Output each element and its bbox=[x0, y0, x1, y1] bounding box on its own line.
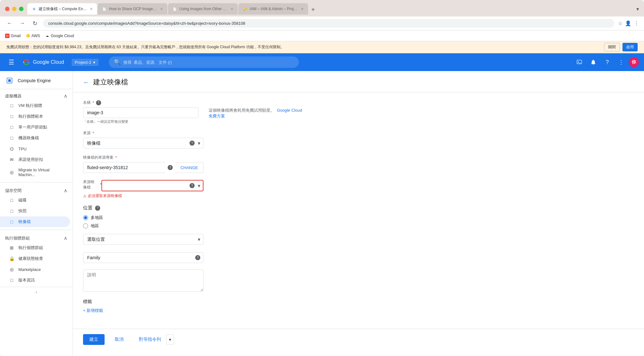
new-tab-button[interactable]: + bbox=[309, 5, 318, 15]
maximize-button[interactable] bbox=[19, 7, 23, 11]
sidebar-item-disks-label: 磁碟 bbox=[18, 197, 27, 203]
storage-section-header[interactable]: 儲存空間 ∧ bbox=[0, 185, 73, 195]
sidebar-item-health-checks-label: 健康狀態檢查 bbox=[18, 256, 43, 261]
sidebar-item-marketplace[interactable]: ◎ Marketplace bbox=[0, 264, 70, 275]
source-image-select[interactable] bbox=[101, 180, 203, 191]
tab-2[interactable]: 📄 How to Share GCP Images wit... × bbox=[98, 3, 167, 15]
back-nav-button[interactable]: ← bbox=[5, 19, 14, 28]
traffic-lights bbox=[5, 7, 23, 11]
addressbar-icons: ☆ 👤 ⋮ bbox=[618, 20, 639, 26]
forward-nav-button[interactable]: → bbox=[18, 19, 27, 28]
search-bar[interactable]: 🔍 bbox=[109, 56, 299, 68]
source-project-help-icon[interactable]: ? bbox=[168, 165, 173, 170]
bookmark-aws[interactable]: 🟡 AWS bbox=[26, 34, 40, 38]
form-footer: 建立 取消 對等指令列 ▾ bbox=[73, 329, 644, 350]
close-button[interactable] bbox=[5, 7, 10, 11]
cancel-button[interactable]: 取消 bbox=[110, 334, 129, 345]
sidebar-item-disks[interactable]: □ 磁碟 bbox=[0, 195, 70, 206]
profile-icon[interactable]: 👤 bbox=[625, 20, 631, 26]
instance-groups-section-header[interactable]: 執行個體群組 ∧ bbox=[0, 233, 73, 242]
bookmark-google-cloud[interactable]: ☁ Google Cloud bbox=[45, 34, 74, 38]
form-container: 名稱 * ? 「名稱」一經設定即無法變更 這個映像檔將會耗用免費試用額度。 Go… bbox=[73, 92, 314, 329]
equivalent-button[interactable]: 對等指令列 bbox=[134, 334, 166, 345]
tab-dropdown-button[interactable]: ▾ bbox=[636, 6, 639, 12]
bookmark-aws-label: AWS bbox=[31, 34, 40, 38]
tab-favicon-3: 📄 bbox=[172, 7, 177, 11]
name-help-icon[interactable]: ? bbox=[96, 100, 101, 105]
family-input[interactable] bbox=[83, 252, 203, 263]
description-textarea[interactable] bbox=[83, 269, 203, 292]
user-avatar[interactable]: 你 bbox=[629, 57, 639, 67]
tab-close-1[interactable]: × bbox=[90, 7, 93, 11]
source-image-help-icon[interactable]: ? bbox=[190, 183, 195, 188]
vm-section-header[interactable]: 虛擬機器 ∧ bbox=[0, 90, 73, 100]
tab-3[interactable]: 📄 Using Images from Other Proj... × bbox=[168, 3, 238, 15]
marketplace-icon: ◎ bbox=[9, 267, 15, 272]
sidebar-item-instance-groups[interactable]: ⊞ 執行個體群組 bbox=[0, 242, 70, 253]
minimize-button[interactable] bbox=[12, 7, 16, 11]
instance-groups-icon: ⊞ bbox=[9, 245, 15, 251]
bookmark-star-icon[interactable]: ☆ bbox=[618, 20, 622, 26]
multiregion-radio[interactable]: 多地區 bbox=[83, 215, 304, 221]
tab-active[interactable]: ⚙ 建立映像檔 – Compute Engine ... × bbox=[27, 3, 97, 15]
family-help-icon[interactable]: ? bbox=[195, 255, 200, 260]
sidebar-item-tpu[interactable]: ⌬ TPU bbox=[0, 143, 70, 154]
submit-button[interactable]: 建立 bbox=[83, 334, 105, 345]
tab-4[interactable]: 🔑 IAM – IAM & Admin – Project-2... × bbox=[238, 3, 308, 15]
location-help-icon[interactable]: ? bbox=[95, 206, 100, 211]
sidebar-item-snapshots[interactable]: □ 快照 bbox=[0, 206, 70, 216]
source-select[interactable]: 映像檔 bbox=[83, 138, 203, 148]
search-input[interactable] bbox=[123, 60, 294, 65]
help-button[interactable]: ? bbox=[601, 56, 614, 69]
sidebar-collapse-button[interactable]: ‹ bbox=[0, 287, 73, 297]
project-selector[interactable]: Project-2 ▾ bbox=[72, 59, 99, 66]
tab-close-3[interactable]: × bbox=[231, 7, 233, 11]
sidebar-item-machine-images[interactable]: □ 機器映像檔 bbox=[0, 133, 70, 143]
cloud-shell-button[interactable] bbox=[573, 56, 586, 69]
change-button[interactable]: CHANGE bbox=[175, 162, 203, 173]
location-title: 位置 ? bbox=[83, 205, 304, 211]
project-chevron-icon: ▾ bbox=[93, 60, 95, 65]
hamburger-button[interactable]: ☰ bbox=[5, 56, 18, 69]
back-button[interactable]: ← bbox=[83, 79, 89, 86]
notification-button[interactable] bbox=[587, 56, 600, 69]
sidebar-section-instance-groups: 執行個體群組 ∧ ⊞ 執行個體群組 🔒 健康狀態檢查 ◎ Marketplace bbox=[0, 231, 73, 287]
bookmark-gmail[interactable]: M Gmail bbox=[5, 34, 21, 38]
family-input-wrapper: ? bbox=[83, 252, 203, 263]
disks-icon: □ bbox=[9, 197, 15, 203]
upgrade-button[interactable]: 啟用 bbox=[622, 43, 638, 51]
sidebar-item-tpu-label: TPU bbox=[18, 147, 27, 151]
sidebar-item-marketplace-label: Marketplace bbox=[18, 267, 41, 272]
tab-close-4[interactable]: × bbox=[301, 7, 304, 11]
sidebar-item-images[interactable]: □ 映像檔 bbox=[0, 216, 70, 227]
region-radio[interactable]: 地區 bbox=[83, 223, 304, 229]
vm-section-chevron-icon: ∧ bbox=[64, 93, 68, 99]
name-hint: 「名稱」一經設定即無法變更 bbox=[83, 119, 198, 124]
reload-button[interactable]: ↻ bbox=[30, 19, 39, 28]
add-label-button[interactable]: + 新增標籤 bbox=[83, 308, 103, 313]
sidebar-item-sole-tenant[interactable]: □ 單一用戶群節點 bbox=[0, 122, 70, 133]
source-project-required-star: * bbox=[115, 155, 117, 160]
gcp-main: Compute Engine 虛擬機器 ∧ □ VM 執行個體 □ 執行個體範本 bbox=[0, 71, 644, 356]
sidebar-item-vm-instances[interactable]: □ VM 執行個體 bbox=[0, 100, 70, 111]
multiregion-radio-input[interactable] bbox=[83, 215, 88, 220]
source-image-field-row: 來源映像檔 * ▾ ? ⚠ 必須選取 bbox=[83, 179, 304, 199]
url-bar[interactable] bbox=[43, 19, 614, 28]
more-options-button[interactable]: ⋮ bbox=[615, 56, 628, 69]
region-radio-input[interactable] bbox=[83, 223, 88, 228]
sidebar-item-instance-templates[interactable]: □ 執行個體範本 bbox=[0, 111, 70, 122]
name-input[interactable] bbox=[83, 107, 198, 118]
location-select[interactable]: 選取位置 bbox=[83, 234, 203, 245]
bookmark-google-cloud-label: Google Cloud bbox=[51, 34, 74, 38]
sidebar-item-health-checks[interactable]: 🔒 健康狀態檢查 bbox=[0, 253, 70, 264]
sidebar-item-committed-use[interactable]: ✉ 承諾使用折扣 bbox=[0, 154, 70, 165]
sidebar-item-version-info[interactable]: □ 版本資訊 bbox=[0, 275, 70, 286]
tab-close-2[interactable]: × bbox=[160, 7, 163, 11]
more-icon[interactable]: ⋮ bbox=[634, 20, 639, 26]
source-help-icon[interactable]: ? bbox=[190, 141, 195, 146]
dismiss-button[interactable]: 關閉 bbox=[604, 43, 620, 51]
equivalent-dropdown-arrow[interactable]: ▾ bbox=[166, 334, 174, 345]
source-project-input[interactable] bbox=[83, 162, 165, 173]
location-radio-group: 多地區 地區 bbox=[83, 215, 304, 229]
sidebar-item-migrate[interactable]: ◎ Migrate to Virtual Machin... bbox=[0, 165, 70, 180]
